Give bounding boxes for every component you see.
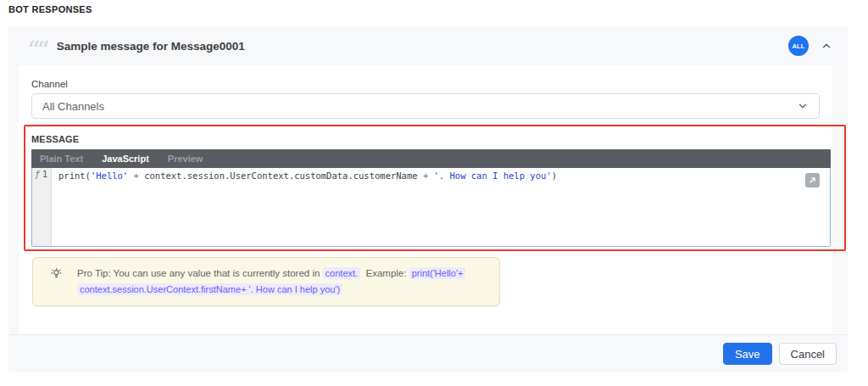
message-label: MESSAGE (31, 134, 79, 144)
code-token: print( (58, 171, 91, 181)
card-title: Sample message for Message0001 (57, 40, 245, 53)
sample-message-card: ““ Sample message for Message0001 ALL Ch… (8, 26, 848, 372)
editor-code-area[interactable]: print('Hello' + context.session.UserCont… (52, 168, 830, 246)
editor-gutter: ƒ 1 (32, 168, 52, 246)
collapse-card-button[interactable] (819, 38, 834, 53)
card-body-panel: Channel All Channels MESSAGE Plain Text … (19, 65, 832, 334)
bot-responses-page: BOT RESPONSES ““ Sample message for Mess… (0, 0, 868, 386)
code-line-1: print('Hello' + context.session.UserCont… (58, 170, 823, 182)
cancel-button[interactable]: Cancel (779, 343, 837, 365)
code-token: context.session.UserContext.customData.c… (144, 171, 417, 181)
code-token: + (418, 171, 434, 181)
lightbulb-icon (50, 267, 63, 280)
save-button[interactable]: Save (723, 343, 772, 365)
javascript-code-editor[interactable]: ƒ 1 print('Hello' + context.session.User… (31, 168, 831, 247)
context-chip: context. (323, 267, 361, 279)
example-label: Example: (366, 268, 407, 278)
expand-editor-button[interactable] (805, 173, 820, 187)
pro-tip-prefix: Pro Tip: You can use any value that is c… (77, 268, 320, 278)
fold-marker[interactable]: ƒ (35, 170, 40, 246)
page-title: BOT RESPONSES (8, 4, 92, 14)
expand-icon (808, 176, 817, 185)
code-token: + (128, 171, 144, 181)
tab-javascript[interactable]: JavaScript (102, 154, 149, 164)
channel-selected-value: All Channels (42, 100, 797, 113)
quote-icon: ““ (27, 47, 47, 55)
channel-label: Channel (31, 79, 68, 89)
chevron-up-icon (821, 40, 832, 52)
pro-tip-callout: Pro Tip: You can use any value that is c… (32, 257, 500, 306)
card-footer: Save Cancel (8, 334, 848, 372)
example-code-line2: context.session.UserContext.firstName+ '… (77, 283, 342, 295)
code-token: 'Hello' (91, 171, 128, 181)
all-channels-badge: ALL (788, 36, 809, 56)
line-number: 1 (42, 170, 47, 246)
code-token: ) (552, 171, 557, 181)
chevron-down-icon (797, 100, 809, 112)
editor-tab-bar: Plain Text JavaScript Preview (31, 149, 831, 168)
example-code-line1: print('Hello'+ (409, 267, 466, 279)
code-token: '. How can I help you' (434, 171, 552, 181)
pro-tip-text: Pro Tip: You can use any value that is c… (77, 266, 465, 298)
tab-plain-text[interactable]: Plain Text (40, 154, 83, 164)
tab-preview[interactable]: Preview (168, 154, 203, 164)
channel-select[interactable]: All Channels (31, 93, 820, 119)
card-header: ““ Sample message for Message0001 ALL (8, 26, 848, 65)
